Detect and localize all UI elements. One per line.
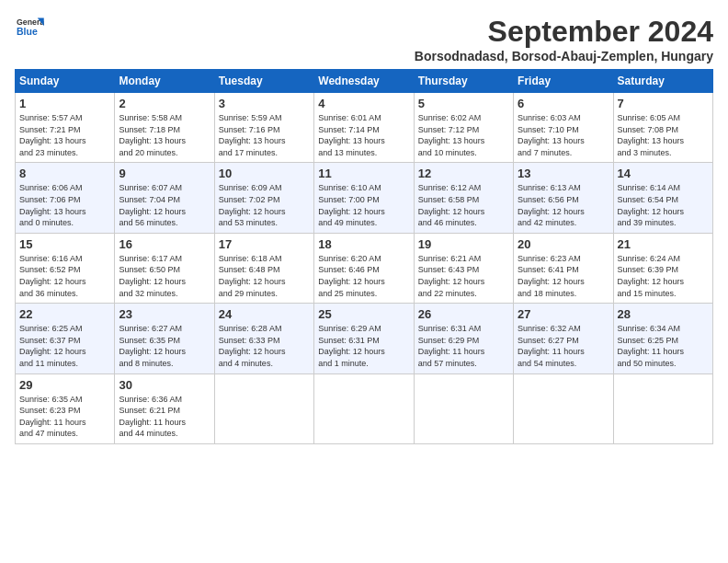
table-row: 20Sunrise: 6:23 AM Sunset: 6:41 PM Dayli… (514, 233, 613, 303)
table-row: 10Sunrise: 6:09 AM Sunset: 7:02 PM Dayli… (214, 163, 313, 233)
day-info: Sunrise: 6:32 AM Sunset: 6:27 PM Dayligh… (518, 323, 609, 369)
table-row: 25Sunrise: 6:29 AM Sunset: 6:31 PM Dayli… (314, 304, 414, 373)
table-row: 24Sunrise: 6:28 AM Sunset: 6:33 PM Dayli… (214, 304, 313, 373)
day-info: Sunrise: 6:25 AM Sunset: 6:37 PM Dayligh… (19, 323, 110, 369)
day-number: 25 (318, 307, 409, 321)
day-info: Sunrise: 6:34 AM Sunset: 6:25 PM Dayligh… (618, 323, 709, 369)
table-row: 4Sunrise: 6:01 AM Sunset: 7:14 PM Daylig… (314, 93, 414, 163)
day-number: 17 (219, 237, 310, 251)
day-number: 28 (618, 307, 709, 321)
day-info: Sunrise: 6:20 AM Sunset: 6:46 PM Dayligh… (318, 253, 409, 299)
table-row: 29Sunrise: 6:35 AM Sunset: 6:23 PM Dayli… (16, 373, 115, 443)
day-number: 26 (418, 307, 509, 321)
logo-icon: General Blue (15, 15, 44, 40)
calendar-table: Sunday Monday Tuesday Wednesday Thursday… (15, 69, 713, 444)
table-row: 3Sunrise: 5:59 AM Sunset: 7:16 PM Daylig… (214, 93, 313, 163)
day-info: Sunrise: 5:57 AM Sunset: 7:21 PM Dayligh… (19, 112, 110, 158)
page-header: General Blue September 2024 Borsodnadasd… (15, 15, 713, 63)
day-info: Sunrise: 6:16 AM Sunset: 6:52 PM Dayligh… (19, 253, 110, 299)
day-info: Sunrise: 6:14 AM Sunset: 6:54 PM Dayligh… (618, 182, 709, 228)
day-info: Sunrise: 6:17 AM Sunset: 6:50 PM Dayligh… (119, 253, 210, 299)
col-saturday: Saturday (613, 70, 712, 93)
calendar-week-1: 1Sunrise: 5:57 AM Sunset: 7:21 PM Daylig… (16, 93, 713, 163)
table-row: 7Sunrise: 6:05 AM Sunset: 7:08 PM Daylig… (613, 93, 712, 163)
day-number: 7 (618, 97, 709, 110)
table-row: 16Sunrise: 6:17 AM Sunset: 6:50 PM Dayli… (115, 233, 214, 303)
day-number: 13 (518, 167, 609, 180)
calendar-subtitle: Borsodnadasd, Borsod-Abauj-Zemplen, Hung… (415, 49, 713, 63)
day-info: Sunrise: 6:10 AM Sunset: 7:00 PM Dayligh… (318, 182, 409, 228)
table-row (414, 373, 513, 443)
table-row (314, 373, 414, 443)
day-info: Sunrise: 6:36 AM Sunset: 6:21 PM Dayligh… (119, 394, 210, 440)
table-row: 27Sunrise: 6:32 AM Sunset: 6:27 PM Dayli… (514, 304, 613, 373)
day-number: 20 (518, 237, 609, 251)
day-info: Sunrise: 6:01 AM Sunset: 7:14 PM Dayligh… (318, 112, 409, 158)
table-row (514, 373, 613, 443)
day-info: Sunrise: 6:24 AM Sunset: 6:39 PM Dayligh… (618, 253, 709, 299)
table-row: 21Sunrise: 6:24 AM Sunset: 6:39 PM Dayli… (613, 233, 712, 303)
day-number: 23 (119, 307, 210, 321)
day-number: 2 (119, 97, 210, 110)
day-number: 10 (219, 167, 310, 180)
day-info: Sunrise: 6:13 AM Sunset: 6:56 PM Dayligh… (518, 182, 609, 228)
table-row: 26Sunrise: 6:31 AM Sunset: 6:29 PM Dayli… (414, 304, 513, 373)
calendar-week-5: 29Sunrise: 6:35 AM Sunset: 6:23 PM Dayli… (16, 373, 713, 443)
day-number: 12 (418, 167, 509, 180)
col-thursday: Thursday (414, 70, 513, 93)
day-number: 8 (19, 167, 110, 180)
day-info: Sunrise: 6:02 AM Sunset: 7:12 PM Dayligh… (418, 112, 509, 158)
day-info: Sunrise: 6:03 AM Sunset: 7:10 PM Dayligh… (518, 112, 609, 158)
day-number: 29 (19, 378, 110, 392)
table-row: 8Sunrise: 6:06 AM Sunset: 7:06 PM Daylig… (16, 163, 115, 233)
day-number: 14 (618, 167, 709, 180)
day-number: 9 (119, 167, 210, 180)
table-row: 22Sunrise: 6:25 AM Sunset: 6:37 PM Dayli… (16, 304, 115, 373)
table-row: 6Sunrise: 6:03 AM Sunset: 7:10 PM Daylig… (514, 93, 613, 163)
day-number: 30 (119, 378, 210, 392)
table-row: 17Sunrise: 6:18 AM Sunset: 6:48 PM Dayli… (214, 233, 313, 303)
table-row: 1Sunrise: 5:57 AM Sunset: 7:21 PM Daylig… (16, 93, 115, 163)
day-number: 27 (518, 307, 609, 321)
col-friday: Friday (514, 70, 613, 93)
day-info: Sunrise: 6:28 AM Sunset: 6:33 PM Dayligh… (219, 323, 310, 369)
table-row: 2Sunrise: 5:58 AM Sunset: 7:18 PM Daylig… (115, 93, 214, 163)
col-tuesday: Tuesday (214, 70, 313, 93)
day-number: 18 (318, 237, 409, 251)
table-row: 11Sunrise: 6:10 AM Sunset: 7:00 PM Dayli… (314, 163, 414, 233)
day-number: 19 (418, 237, 509, 251)
table-row: 30Sunrise: 6:36 AM Sunset: 6:21 PM Dayli… (115, 373, 214, 443)
day-number: 22 (19, 307, 110, 321)
calendar-title: September 2024 (415, 15, 713, 49)
table-row: 28Sunrise: 6:34 AM Sunset: 6:25 PM Dayli… (613, 304, 712, 373)
day-info: Sunrise: 5:58 AM Sunset: 7:18 PM Dayligh… (119, 112, 210, 158)
day-info: Sunrise: 6:12 AM Sunset: 6:58 PM Dayligh… (418, 182, 509, 228)
col-monday: Monday (115, 70, 214, 93)
table-row: 23Sunrise: 6:27 AM Sunset: 6:35 PM Dayli… (115, 304, 214, 373)
calendar-week-4: 22Sunrise: 6:25 AM Sunset: 6:37 PM Dayli… (16, 304, 713, 373)
day-number: 4 (318, 97, 409, 110)
logo: General Blue (15, 15, 44, 40)
table-row: 19Sunrise: 6:21 AM Sunset: 6:43 PM Dayli… (414, 233, 513, 303)
table-row: 13Sunrise: 6:13 AM Sunset: 6:56 PM Dayli… (514, 163, 613, 233)
day-info: Sunrise: 6:06 AM Sunset: 7:06 PM Dayligh… (19, 182, 110, 228)
day-info: Sunrise: 6:09 AM Sunset: 7:02 PM Dayligh… (219, 182, 310, 228)
table-row: 15Sunrise: 6:16 AM Sunset: 6:52 PM Dayli… (16, 233, 115, 303)
day-number: 11 (318, 167, 409, 180)
day-info: Sunrise: 6:18 AM Sunset: 6:48 PM Dayligh… (219, 253, 310, 299)
day-info: Sunrise: 6:29 AM Sunset: 6:31 PM Dayligh… (318, 323, 409, 369)
day-number: 1 (19, 97, 110, 110)
day-number: 16 (119, 237, 210, 251)
title-area: September 2024 Borsodnadasd, Borsod-Abau… (415, 15, 713, 63)
day-info: Sunrise: 5:59 AM Sunset: 7:16 PM Dayligh… (219, 112, 310, 158)
table-row (613, 373, 712, 443)
calendar-week-3: 15Sunrise: 6:16 AM Sunset: 6:52 PM Dayli… (16, 233, 713, 303)
col-wednesday: Wednesday (314, 70, 414, 93)
day-number: 5 (418, 97, 509, 110)
col-sunday: Sunday (16, 70, 115, 93)
table-row: 14Sunrise: 6:14 AM Sunset: 6:54 PM Dayli… (613, 163, 712, 233)
table-row: 5Sunrise: 6:02 AM Sunset: 7:12 PM Daylig… (414, 93, 513, 163)
day-number: 21 (618, 237, 709, 251)
day-number: 6 (518, 97, 609, 110)
table-row: 9Sunrise: 6:07 AM Sunset: 7:04 PM Daylig… (115, 163, 214, 233)
